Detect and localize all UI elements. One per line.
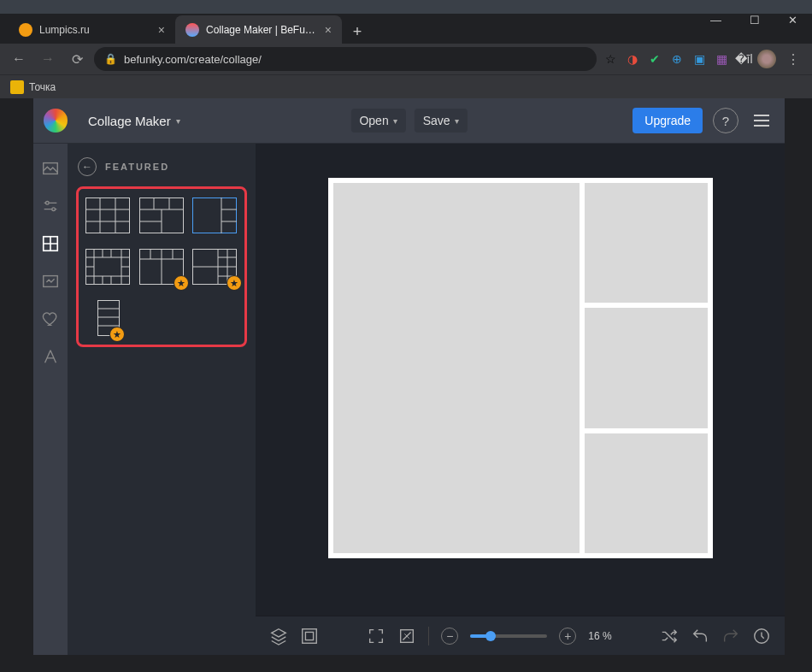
panel-back-button[interactable]: ←: [78, 157, 97, 176]
app-top-bar: Collage Maker ▾ Open ▾ Save ▾ Upgrade ?: [33, 98, 785, 144]
mode-dropdown[interactable]: Collage Maker ▾: [79, 109, 189, 133]
help-button[interactable]: ?: [713, 108, 738, 133]
befunky-logo[interactable]: [44, 109, 68, 133]
bookmarks-bar: Точка: [0, 74, 812, 98]
zoom-percent: 16 %: [588, 630, 611, 642]
bottom-toolbar: − + 16 %: [256, 616, 785, 655]
favorites-icon[interactable]: [41, 309, 60, 328]
hamburger-menu[interactable]: [749, 108, 774, 133]
open-label: Open: [359, 114, 388, 127]
close-tab-icon[interactable]: ×: [158, 23, 165, 37]
collage-cell-small[interactable]: [585, 433, 708, 553]
premium-star-icon: ★: [227, 275, 242, 291]
template-right-strip[interactable]: ★: [192, 249, 237, 285]
chevron-down-icon: ▾: [393, 116, 397, 126]
extension-icon[interactable]: ▣: [691, 50, 708, 68]
minimize-button[interactable]: —: [697, 7, 735, 32]
template-grid: ★ ★ ★: [85, 197, 238, 336]
tool-rail: [33, 144, 68, 655]
collage-cell-small[interactable]: [585, 308, 708, 427]
template-grid-3x3[interactable]: [85, 197, 130, 233]
image-manager-icon[interactable]: [41, 159, 60, 178]
star-icon[interactable]: ☆: [602, 50, 619, 68]
panel-title: FEATURED: [105, 162, 169, 172]
redo-icon[interactable]: [721, 627, 740, 645]
bookmark-item[interactable]: Точка: [29, 81, 56, 93]
extensions: ☆ ◑ ✔ ⊕ ▣ ▦: [602, 50, 730, 68]
panel-header: ← FEATURED: [76, 157, 247, 176]
app-body: ← FEATURED ★ ★ ★: [33, 144, 785, 655]
forward-button: →: [36, 47, 60, 71]
zoom-in-button[interactable]: +: [559, 628, 576, 645]
extension-icon[interactable]: ✔: [646, 50, 663, 68]
app-frame: Collage Maker ▾ Open ▾ Save ▾ Upgrade ?: [33, 98, 785, 655]
favicon: [19, 23, 32, 37]
extension-icon[interactable]: ◑: [624, 50, 641, 68]
layout-panel: ← FEATURED ★ ★ ★: [68, 144, 256, 655]
browser-window: — ☐ ✕ Lumpics.ru × Collage Maker | BeFun…: [0, 0, 812, 672]
grid-view-icon[interactable]: [300, 627, 319, 645]
collage-cell-large[interactable]: [333, 183, 580, 553]
url-input[interactable]: 🔒 befunky.com/create/collage/: [94, 47, 597, 71]
extension-icon[interactable]: ⊕: [668, 50, 685, 68]
undo-icon[interactable]: [691, 627, 709, 645]
premium-star-icon: ★: [174, 275, 189, 291]
collage-artboard[interactable]: [328, 178, 713, 558]
lock-icon: 🔒: [104, 53, 117, 65]
fit-screen-icon[interactable]: [367, 627, 385, 645]
chevron-down-icon: ▾: [455, 116, 459, 126]
top-right-controls: Upgrade ?: [633, 108, 774, 133]
separator: [428, 627, 429, 645]
extension-icon[interactable]: ▦: [713, 50, 730, 68]
back-button[interactable]: ←: [7, 47, 31, 71]
reload-button[interactable]: ⟳: [65, 47, 89, 71]
save-label: Save: [423, 114, 450, 127]
new-tab-button[interactable]: +: [345, 20, 369, 44]
profile-avatar[interactable]: [757, 50, 776, 68]
bookmark-favicon: [10, 80, 24, 94]
zoom-out-button[interactable]: −: [441, 628, 458, 645]
shuffle-icon[interactable]: [660, 627, 679, 645]
svg-rect-7: [193, 198, 237, 233]
chevron-down-icon: ▾: [176, 116, 180, 126]
settings-icon[interactable]: [41, 197, 60, 215]
template-1-plus-3[interactable]: [192, 197, 237, 233]
zoom-thumb[interactable]: [485, 631, 496, 641]
canvas-area[interactable]: [256, 144, 785, 655]
browser-menu-button[interactable]: ⋮: [781, 47, 805, 71]
collage-cell-small[interactable]: [585, 183, 708, 303]
open-menu[interactable]: Open ▾: [350, 109, 405, 133]
fullscreen-icon[interactable]: [397, 627, 416, 645]
template-top-strip[interactable]: ★: [139, 249, 184, 285]
svg-point-2: [52, 208, 56, 211]
history-icon[interactable]: [752, 627, 771, 645]
text-icon[interactable]: [41, 347, 60, 366]
save-menu[interactable]: Save ▾: [415, 109, 468, 133]
patterns-icon[interactable]: [41, 272, 60, 291]
svg-rect-5: [86, 198, 130, 233]
tab-title: Collage Maker | BeFunky: Create: [206, 24, 318, 36]
maximize-button[interactable]: ☐: [735, 7, 774, 32]
layers-icon[interactable]: [269, 627, 288, 645]
close-tab-icon[interactable]: ×: [325, 23, 332, 37]
tab-title: Lumpics.ru: [39, 24, 151, 36]
template-border-grid[interactable]: [85, 249, 130, 285]
browser-tab-lumpics[interactable]: Lumpics.ru ×: [9, 15, 175, 44]
zoom-slider[interactable]: [470, 634, 547, 638]
upgrade-button[interactable]: Upgrade: [633, 108, 703, 133]
address-bar: ← → ⟳ 🔒 befunky.com/create/collage/ ☆ ◑ …: [0, 44, 812, 74]
layouts-icon[interactable]: [41, 234, 60, 253]
mode-label: Collage Maker: [88, 114, 171, 128]
window-controls: — ☐ ✕: [697, 7, 812, 32]
template-mixed-1[interactable]: [139, 197, 184, 233]
top-center-menu: Open ▾ Save ▾: [350, 109, 467, 133]
reading-list-icon[interactable]: �īl: [735, 50, 752, 68]
url-text: befunky.com/create/collage/: [124, 53, 262, 66]
template-vertical-strip[interactable]: ★: [97, 300, 120, 336]
highlight-box: ★ ★ ★: [76, 186, 247, 347]
close-window-button[interactable]: ✕: [774, 7, 812, 32]
upgrade-label: Upgrade: [644, 114, 691, 127]
browser-tab-befunky[interactable]: Collage Maker | BeFunky: Create ×: [175, 15, 342, 44]
svg-rect-13: [305, 632, 313, 640]
svg-rect-12: [303, 628, 317, 643]
